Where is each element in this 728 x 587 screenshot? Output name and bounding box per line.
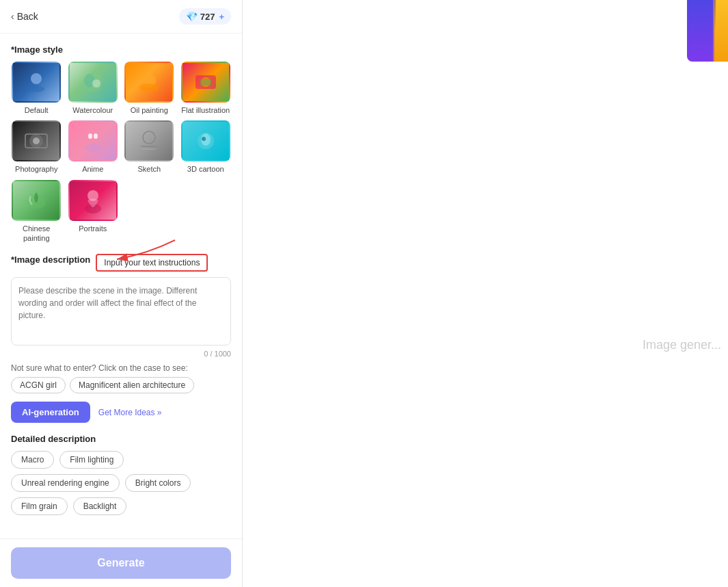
right-panel: Image gener...	[243, 0, 728, 587]
ai-generation-button[interactable]: AI-generation	[11, 402, 90, 423]
top-bar: ‹ Back 💎 727 +	[0, 0, 242, 34]
svg-point-0	[31, 73, 42, 84]
left-panel: ‹ Back 💎 727 + *Image style	[0, 0, 243, 587]
style-name-photography: Photography	[15, 164, 57, 174]
style-name-flat-illustration: Flat illustration	[181, 105, 230, 115]
style-item-oil-painting[interactable]: Oil painting	[124, 62, 175, 115]
image-description-label: *Image description	[11, 255, 90, 265]
style-name-portraits: Portraits	[79, 224, 107, 233]
image-description-section: *Image description Input your text instr…	[11, 254, 231, 272]
generate-button[interactable]: Generate	[11, 547, 231, 579]
svg-point-1	[28, 86, 44, 92]
diamond-icon: 💎	[186, 11, 198, 22]
svg-rect-9	[200, 79, 211, 86]
description-header-row: *Image description Input your text instr…	[11, 254, 231, 272]
style-item-sketch[interactable]: Sketch	[124, 120, 175, 174]
style-thumb-photo	[12, 120, 61, 161]
style-thumb-default	[12, 62, 61, 103]
char-count: 0 / 1000	[11, 350, 231, 358]
style-item-photography[interactable]: Photography	[11, 120, 62, 174]
chip-acgn-girl[interactable]: ACGN girl	[11, 377, 66, 393]
svg-point-14	[85, 144, 101, 152]
style-item-flat-illustration[interactable]: Flat illustration	[180, 62, 232, 115]
svg-point-4	[92, 79, 100, 88]
detail-chip-film-lighting[interactable]: Film lighting	[59, 451, 124, 469]
style-item-3d-cartoon[interactable]: 3D cartoon	[180, 120, 232, 174]
style-item-default[interactable]: Default	[11, 62, 62, 115]
generate-bar: Generate	[0, 538, 242, 587]
svg-point-15	[88, 133, 92, 139]
style-thumb-chinese	[12, 180, 61, 221]
ai-gen-row: AI-generation Get More Ideas »	[11, 402, 231, 423]
style-name-default: Default	[25, 105, 49, 115]
back-button[interactable]: ‹ Back	[11, 11, 38, 22]
style-item-portraits[interactable]: Portraits	[68, 180, 119, 244]
suggestion-text: Not sure what to enter? Click on the cas…	[11, 363, 231, 373]
style-name-3d-cartoon: 3D cartoon	[187, 164, 224, 174]
detail-chip-macro[interactable]: Macro	[11, 451, 54, 469]
ai-gen-label: AI-generation	[22, 407, 79, 417]
image-style-label: *Image style	[11, 44, 231, 55]
detailed-description-label: Detailed description	[11, 434, 231, 444]
style-thumb-oil	[124, 62, 174, 103]
detail-chip-unreal[interactable]: Unreal rendering engine	[11, 474, 120, 492]
style-thumb-flat	[181, 62, 230, 103]
style-item-chinese-painting[interactable]: Chinese painting	[11, 180, 62, 244]
svg-point-11	[33, 138, 40, 144]
back-chevron-icon: ‹	[11, 11, 14, 22]
back-label: Back	[17, 11, 38, 22]
style-item-watercolour[interactable]: Watercolour	[68, 62, 119, 115]
style-name-chinese-painting: Chinese painting	[11, 224, 62, 244]
credits-badge: 💎 727 +	[179, 8, 231, 25]
detail-chip-film-grain[interactable]: Film grain	[11, 497, 68, 515]
svg-point-17	[143, 131, 155, 144]
detail-chip-bright-colors[interactable]: Bright colors	[125, 474, 191, 492]
style-thumb-3d	[181, 120, 230, 161]
image-generate-placeholder: Image gener...	[643, 338, 721, 352]
svg-point-22	[202, 137, 206, 141]
image-description-textarea[interactable]	[11, 277, 231, 345]
detail-chips: Macro Film lighting Unreal rendering eng…	[11, 451, 231, 515]
deco-element	[687, 0, 728, 62]
style-name-watercolour: Watercolour	[72, 105, 113, 115]
svg-point-16	[94, 133, 98, 139]
panel-content: *Image style Default	[0, 34, 242, 538]
detailed-description-section: Detailed description Macro Film lighting…	[11, 434, 231, 515]
svg-point-6	[139, 83, 159, 92]
chip-alien-arch[interactable]: Magnificent alien architecture	[70, 377, 194, 393]
style-item-anime[interactable]: Anime	[68, 120, 119, 174]
style-thumb-watercolour	[68, 62, 118, 103]
annotation-container: *Image description Input your text instr…	[11, 254, 231, 272]
detail-chip-backlight[interactable]: Backlight	[73, 497, 127, 515]
style-thumb-anime	[68, 120, 118, 161]
add-credits-button[interactable]: +	[219, 12, 224, 22]
more-ideas-link[interactable]: Get More Ideas »	[98, 408, 162, 417]
style-grid: Default Watercolour	[11, 62, 231, 243]
style-thumb-portraits	[68, 180, 118, 221]
style-name-oil-painting: Oil painting	[131, 105, 168, 115]
suggestion-chips: ACGN girl Magnificent alien architecture	[11, 377, 231, 393]
style-name-anime: Anime	[82, 164, 103, 174]
credits-count: 727	[200, 12, 215, 22]
tooltip-box: Input your text instructions	[96, 254, 208, 272]
style-name-sketch: Sketch	[137, 164, 161, 174]
style-thumb-sketch	[124, 120, 174, 161]
